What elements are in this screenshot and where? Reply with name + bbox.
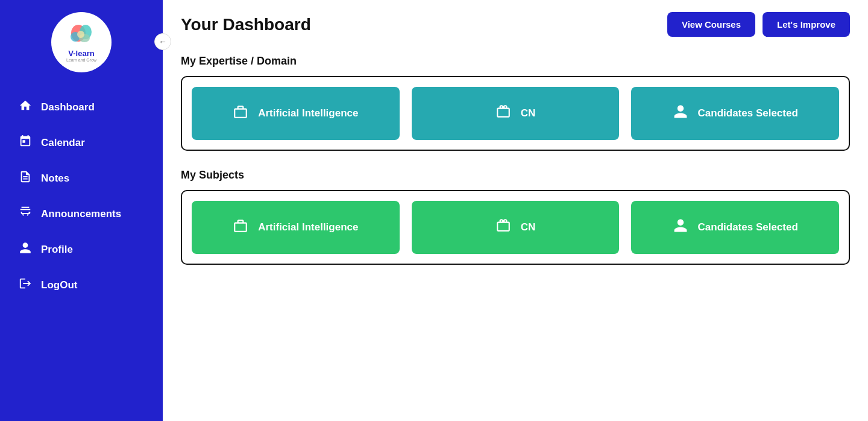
sidebar-item-calendar[interactable]: Calendar: [6, 126, 157, 159]
notes-icon: [18, 170, 33, 186]
sidebar: ← V-learn Learn and Grow Dashboard Calen…: [0, 0, 163, 421]
main-header: Your Dashboard View Courses Let's Improv…: [181, 12, 850, 37]
suitcase-icon-subjects: [495, 218, 511, 237]
sidebar-item-announcements[interactable]: Announcements: [6, 197, 157, 230]
expertise-card-cn-label: CN: [521, 107, 536, 119]
person-icon-subjects: [673, 218, 688, 237]
subject-card-cn[interactable]: CN: [412, 201, 620, 254]
sidebar-label-dashboard: Dashboard: [41, 101, 95, 113]
sidebar-label-notes: Notes: [41, 173, 69, 185]
subjects-section-title: My Subjects: [181, 169, 850, 182]
collapse-button[interactable]: ←: [154, 33, 171, 50]
main-content: Your Dashboard View Courses Let's Improv…: [163, 0, 868, 421]
subject-card-candidates-label: Candidates Selected: [698, 221, 798, 233]
briefcase-icon: [233, 104, 248, 123]
calendar-icon: [18, 135, 33, 151]
subjects-cards-container: Artificial Intelligence CN Candidates Se…: [181, 190, 850, 265]
home-icon: [18, 99, 33, 115]
logo: V-learn Learn and Grow: [51, 12, 112, 72]
person-icon: [673, 104, 688, 123]
expertise-card-ai[interactable]: Artificial Intelligence: [192, 87, 400, 140]
subject-card-cn-label: CN: [521, 221, 536, 233]
announcements-icon: [18, 206, 33, 222]
sidebar-label-profile: Profile: [41, 244, 73, 256]
subjects-section: My Subjects Artificial Intelligence CN C…: [181, 169, 850, 265]
nav-menu: Dashboard Calendar Notes Announcements P…: [0, 90, 163, 304]
briefcase-icon-subjects: [233, 218, 248, 237]
expertise-section: My Expertise / Domain Artificial Intelli…: [181, 55, 850, 151]
expertise-section-title: My Expertise / Domain: [181, 55, 850, 68]
lets-improve-button[interactable]: Let's Improve: [763, 12, 850, 37]
subject-card-ai[interactable]: Artificial Intelligence: [192, 201, 400, 254]
suitcase-icon: [495, 104, 511, 123]
logout-icon: [18, 277, 33, 293]
expertise-card-candidates-label: Candidates Selected: [698, 107, 798, 119]
sidebar-label-calendar: Calendar: [41, 137, 85, 149]
page-title: Your Dashboard: [181, 15, 311, 34]
subject-card-candidates[interactable]: Candidates Selected: [631, 201, 839, 254]
expertise-card-cn[interactable]: CN: [412, 87, 620, 140]
view-courses-button[interactable]: View Courses: [667, 12, 755, 37]
logo-tagline: Learn and Grow: [66, 58, 96, 62]
svg-point-4: [77, 31, 84, 38]
logo-name: V-learn: [68, 49, 94, 58]
sidebar-item-profile[interactable]: Profile: [6, 233, 157, 266]
expertise-card-candidates[interactable]: Candidates Selected: [631, 87, 839, 140]
expertise-card-ai-label: Artificial Intelligence: [258, 107, 358, 119]
header-buttons: View Courses Let's Improve: [667, 12, 850, 37]
brain-logo-icon: [66, 22, 96, 48]
sidebar-item-notes[interactable]: Notes: [6, 162, 157, 195]
sidebar-label-logout: LogOut: [41, 279, 77, 291]
expertise-cards-container: Artificial Intelligence CN Candidates Se…: [181, 76, 850, 151]
sidebar-label-announcements: Announcements: [41, 208, 121, 220]
profile-icon: [18, 241, 33, 258]
sidebar-item-dashboard[interactable]: Dashboard: [6, 90, 157, 124]
subject-card-ai-label: Artificial Intelligence: [258, 221, 358, 233]
sidebar-item-logout[interactable]: LogOut: [6, 268, 157, 302]
